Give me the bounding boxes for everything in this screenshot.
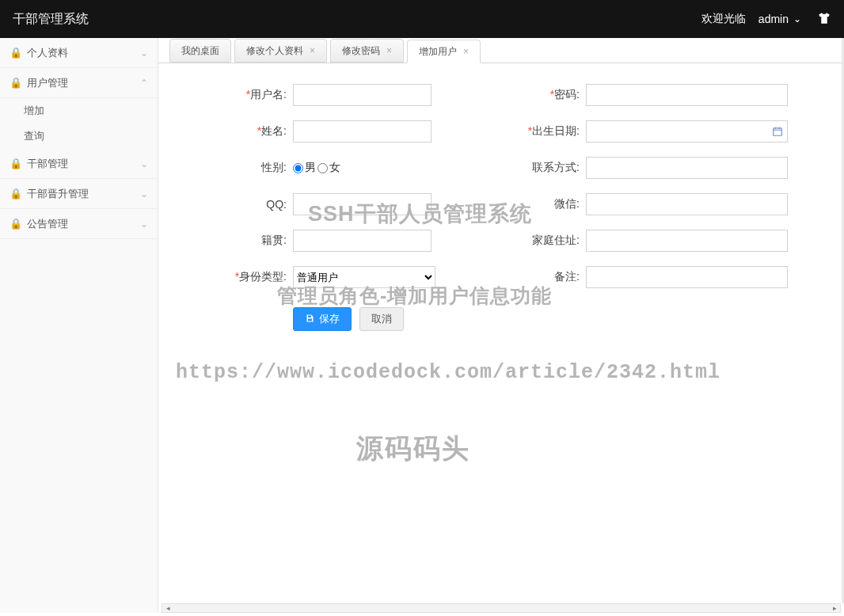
sidebar: 🔒 个人资料 ⌄ 🔒 用户管理 ⌃ 增加 查询 🔒 干部管理 ⌄ 🔒 干部晋升管… (0, 38, 158, 613)
sidebar-item-users[interactable]: 🔒 用户管理 ⌃ (0, 68, 158, 98)
main-content: *用户名: *密码: *姓名: *出生日期: 性别 男 女 联系方式 QQ 微信… (158, 63, 844, 603)
app-header: 干部管理系统 欢迎光临 admin ⌄ (0, 0, 844, 38)
sidebar-item-notice[interactable]: 🔒 公告管理 ⌄ (0, 209, 158, 239)
chevron-up-icon: ⌃ (140, 78, 148, 89)
sidebar-item-profile[interactable]: 🔒 个人资料 ⌄ (0, 38, 158, 68)
gender-male-option[interactable]: 男 (293, 161, 316, 175)
scroll-left-icon[interactable]: ◂ (162, 604, 173, 612)
tab-label: 修改密码 (342, 44, 380, 58)
header-right: 欢迎光临 admin ⌄ (701, 11, 831, 28)
scroll-right-icon[interactable]: ▸ (829, 604, 840, 612)
name-label: *姓名: (182, 124, 293, 139)
gender-female-radio[interactable] (317, 163, 328, 173)
lock-icon: 🔒 (10, 47, 22, 59)
scroll-track[interactable] (173, 604, 829, 612)
sidebar-item-label: 个人资料 (27, 46, 140, 60)
sidebar-sub-add[interactable]: 增加 (0, 98, 158, 124)
add-user-form: *用户名: *密码: *姓名: *出生日期: 性别 男 女 联系方式 QQ 微信… (182, 84, 820, 331)
wechat-field[interactable] (586, 193, 788, 215)
qq-field[interactable] (293, 193, 432, 215)
qq-label: QQ (182, 198, 293, 211)
sidebar-item-label: 干部晋升管理 (27, 187, 140, 201)
username-field[interactable] (293, 84, 432, 106)
form-button-row: 保存 取消 (293, 307, 792, 331)
theme-icon[interactable] (817, 11, 831, 28)
chevron-down-icon: ⌄ (140, 48, 148, 59)
app-title: 干部管理系统 (13, 11, 89, 28)
lock-icon: 🔒 (10, 218, 22, 230)
sidebar-item-promotion[interactable]: 🔒 干部晋升管理 ⌄ (0, 179, 158, 209)
welcome-text: 欢迎光临 (701, 12, 746, 26)
tab-desktop[interactable]: 我的桌面 (169, 39, 231, 63)
chevron-down-icon: ⌄ (793, 13, 801, 25)
tab-label: 修改个人资料 (246, 44, 303, 58)
save-button-label: 保存 (319, 312, 340, 326)
tab-edit-profile[interactable]: 修改个人资料 × (234, 39, 327, 63)
close-icon[interactable]: × (463, 46, 469, 57)
close-icon[interactable]: × (386, 45, 392, 56)
tab-add-user[interactable]: 增加用户 × (407, 40, 481, 63)
sidebar-item-label: 用户管理 (27, 76, 140, 90)
tab-label: 我的桌面 (181, 44, 219, 58)
cancel-button[interactable]: 取消 (359, 307, 404, 331)
wechat-label: 微信 (435, 197, 586, 211)
password-field[interactable] (586, 84, 788, 106)
contact-field[interactable] (586, 157, 788, 179)
chevron-down-icon: ⌄ (140, 158, 148, 169)
chevron-down-icon: ⌄ (140, 219, 148, 230)
birthdate-field[interactable] (586, 120, 788, 143)
name-field[interactable] (293, 120, 432, 143)
sidebar-item-label: 干部管理 (27, 157, 140, 171)
lock-icon: 🔒 (10, 77, 22, 89)
hometown-label: 籍贯 (182, 234, 293, 248)
username-label: *用户名: (182, 88, 293, 102)
tab-edit-password[interactable]: 修改密码 × (330, 39, 404, 63)
remark-field[interactable] (586, 266, 788, 288)
hometown-field[interactable] (293, 230, 432, 252)
sidebar-item-label: 公告管理 (27, 217, 140, 231)
save-button[interactable]: 保存 (293, 307, 352, 331)
sidebar-item-cadre[interactable]: 🔒 干部管理 ⌄ (0, 149, 158, 179)
gender-female-option[interactable]: 女 (317, 161, 340, 175)
identity-label: *身份类型: (182, 270, 293, 284)
password-label: *密码: (435, 88, 586, 102)
gender-label: 性别 (182, 161, 293, 175)
save-icon (305, 314, 314, 325)
chevron-down-icon: ⌄ (140, 188, 148, 200)
identity-select[interactable]: 普通用户 (293, 266, 435, 288)
cancel-button-label: 取消 (371, 312, 392, 326)
remark-label: 备注 (435, 270, 586, 284)
birthdate-label: *出生日期: (435, 124, 586, 139)
tabstrip: 我的桌面 修改个人资料 × 修改密码 × 增加用户 × (158, 40, 844, 63)
contact-label: 联系方式 (435, 161, 586, 175)
close-icon[interactable]: × (310, 45, 315, 56)
user-menu[interactable]: admin ⌄ (758, 13, 801, 25)
gender-male-radio[interactable] (293, 163, 303, 173)
horizontal-scrollbar[interactable]: ◂ ▸ (162, 603, 841, 613)
user-name: admin (758, 13, 789, 25)
address-label: 家庭住址 (435, 234, 586, 248)
gender-radio-group: 男 女 (293, 161, 435, 175)
sidebar-sub-query[interactable]: 查询 (0, 124, 158, 149)
lock-icon: 🔒 (10, 188, 22, 200)
lock-icon: 🔒 (10, 158, 22, 169)
tab-label: 增加用户 (419, 45, 457, 59)
address-field[interactable] (586, 230, 788, 252)
